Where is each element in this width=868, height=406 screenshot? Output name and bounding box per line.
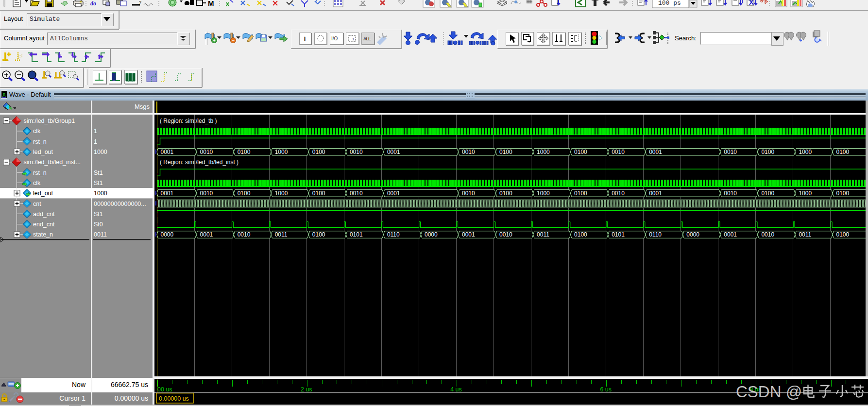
- svg-text:6 us: 6 us: [600, 386, 612, 393]
- svg-text:cnt: cnt: [33, 201, 41, 207]
- svg-text:0110: 0110: [387, 231, 400, 238]
- svg-text:0100: 0100: [312, 149, 325, 155]
- svg-text:add_cnt: add_cnt: [33, 211, 55, 218]
- svg-text:1: 1: [352, 37, 355, 41]
- svg-text:0.00000 us: 0.00000 us: [159, 395, 189, 402]
- svg-text:1000: 1000: [537, 190, 550, 197]
- svg-text:0100: 0100: [836, 231, 850, 238]
- svg-text:rst_n: rst_n: [33, 169, 47, 176]
- svg-text:0100: 0100: [238, 149, 251, 155]
- svg-text:1000: 1000: [275, 190, 288, 197]
- svg-text:0000: 0000: [425, 231, 438, 238]
- svg-text:?: ?: [139, 0, 141, 5]
- svg-text:0100: 0100: [574, 149, 587, 155]
- svg-text:clk: clk: [33, 180, 41, 186]
- svg-text:end_cnt: end_cnt: [33, 221, 55, 228]
- svg-text:0011: 0011: [537, 231, 549, 238]
- svg-text:0010: 0010: [462, 149, 475, 155]
- svg-text:0100: 0100: [499, 149, 512, 155]
- svg-text:( Region: sim:/led_tb ): ( Region: sim:/led_tb ): [160, 118, 217, 124]
- svg-text:I: I: [304, 36, 306, 42]
- svg-text:0010: 0010: [499, 231, 512, 238]
- svg-text:1000: 1000: [94, 149, 107, 155]
- svg-text:0010: 0010: [724, 190, 737, 197]
- svg-text:0100: 0100: [574, 231, 587, 238]
- svg-text:0010: 0010: [724, 149, 737, 155]
- svg-text:state_n: state_n: [33, 231, 53, 238]
- svg-text:0100: 0100: [499, 190, 512, 197]
- svg-text:00000000000000...: 00000000000000...: [94, 201, 146, 207]
- svg-text:1: 1: [94, 138, 97, 145]
- svg-text:St1: St1: [94, 211, 103, 218]
- svg-text:0001: 0001: [387, 149, 400, 155]
- svg-text:0010: 0010: [350, 190, 363, 197]
- svg-text:St0: St0: [94, 221, 103, 228]
- svg-text:0100: 0100: [574, 190, 587, 197]
- svg-text:0100: 0100: [238, 190, 251, 197]
- svg-text:0010: 0010: [761, 231, 774, 238]
- svg-text:0001: 0001: [649, 190, 662, 197]
- svg-text:1000: 1000: [275, 149, 288, 155]
- svg-text:0110: 0110: [649, 231, 662, 238]
- svg-text:1000: 1000: [799, 149, 812, 155]
- svg-text:1000: 1000: [799, 190, 812, 197]
- svg-text:0000: 0000: [161, 231, 174, 238]
- svg-text:rst_n: rst_n: [33, 138, 47, 145]
- svg-text:0010: 0010: [462, 190, 475, 197]
- svg-text:0100: 0100: [312, 190, 325, 197]
- svg-text:0010: 0010: [200, 149, 213, 155]
- svg-text:0001: 0001: [200, 231, 213, 238]
- svg-text:0001: 0001: [462, 231, 475, 238]
- svg-text:St1: St1: [94, 180, 103, 186]
- svg-text:M: M: [208, 0, 214, 7]
- svg-text:0100: 0100: [761, 149, 774, 155]
- svg-text:1000: 1000: [94, 190, 107, 197]
- svg-text:0100: 0100: [836, 149, 850, 155]
- svg-text:0100: 0100: [836, 190, 850, 197]
- svg-text:0001: 0001: [161, 190, 174, 197]
- svg-text:sim:/led_tb/Group1: sim:/led_tb/Group1: [24, 118, 75, 124]
- svg-text:I/O: I/O: [331, 36, 338, 41]
- svg-text:St1: St1: [94, 169, 103, 176]
- svg-text:led_out: led_out: [33, 149, 53, 155]
- svg-text:0010: 0010: [612, 149, 625, 155]
- svg-text:0101: 0101: [612, 231, 625, 238]
- svg-text:1000: 1000: [537, 149, 550, 155]
- svg-text:0010: 0010: [350, 149, 363, 155]
- svg-text:4 us: 4 us: [450, 386, 462, 393]
- svg-text:0001: 0001: [161, 149, 174, 155]
- svg-text:0001: 0001: [724, 231, 737, 238]
- svg-text:0001: 0001: [387, 190, 400, 197]
- svg-text:2 us: 2 us: [301, 386, 312, 393]
- svg-text:0000: 0000: [686, 231, 699, 238]
- svg-text:0010: 0010: [238, 231, 251, 238]
- svg-text:0100: 0100: [761, 190, 774, 197]
- svg-text:do: do: [90, 0, 96, 7]
- svg-text:0011: 0011: [799, 231, 811, 238]
- svg-text:0001: 0001: [649, 149, 662, 155]
- svg-text:ALL: ALL: [363, 36, 371, 41]
- svg-text:0011: 0011: [275, 231, 288, 238]
- svg-text:0010: 0010: [612, 190, 625, 197]
- svg-text:( Region: sim:/led_tb/led_inst: ( Region: sim:/led_tb/led_inst ): [160, 159, 238, 166]
- svg-text:00 us: 00 us: [157, 386, 172, 393]
- svg-text:0011: 0011: [94, 231, 107, 238]
- svg-text:clk: clk: [33, 128, 41, 135]
- svg-text:led_out: led_out: [33, 190, 53, 197]
- svg-text:1: 1: [94, 128, 97, 135]
- svg-text:0101: 0101: [350, 231, 363, 238]
- svg-text:100 ps: 100 ps: [658, 0, 681, 7]
- svg-text:0100: 0100: [312, 231, 325, 238]
- svg-text:0010: 0010: [200, 190, 213, 197]
- svg-text:sim:/led_tb/led_inst...: sim:/led_tb/led_inst...: [24, 159, 81, 166]
